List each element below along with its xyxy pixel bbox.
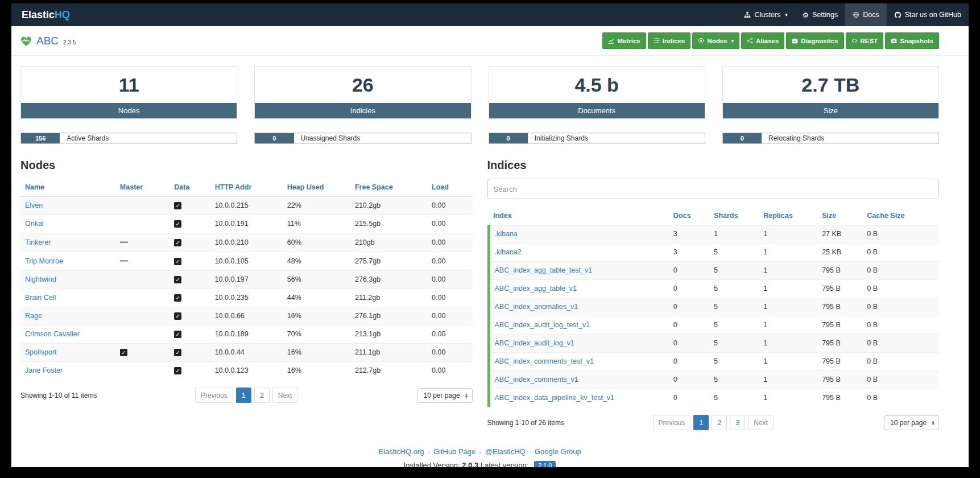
col-header-cache-size[interactable]: Cache Size [862,207,939,225]
cluster-info: ABC 2.3.5 [20,35,76,47]
nodes-label: Nodes [707,38,727,44]
col-header-size[interactable]: Size [817,207,862,225]
index-name-link[interactable]: ABC_index_comments_v1 [495,376,578,384]
node-name-link[interactable]: Trip Monroe [25,257,63,265]
col-header-free-space[interactable]: Free Space [350,179,427,197]
dash-icon [120,238,128,246]
free-space-cell: 275.7gb [350,252,427,271]
docs-cell: 0 [669,371,709,389]
search-input[interactable] [487,179,940,199]
nav-item-docs[interactable]: Docs [845,3,886,26]
index-name-link[interactable]: ABC_index_agg_table_test_v1 [495,266,593,274]
stat-card-documents: 4.5 b Documents [489,66,705,119]
brand-logo[interactable]: ElasticHQ [22,3,70,26]
checked-icon [174,367,181,374]
node-name-link[interactable]: Spoilsport [25,348,57,356]
nav-item-github-star[interactable]: Star us on GitHub [887,3,969,26]
index-name-link[interactable]: ABC_index_audit_log_v1 [495,339,574,347]
stat-value: 26 [255,67,470,103]
relocating-shards-bar: 0 Relocating Shards [722,133,939,144]
metrics-button[interactable]: Metrics [602,32,646,49]
per-page-select[interactable]: 10 per page ▲▼ [417,388,473,403]
previous-page-button[interactable]: Previous [653,415,691,430]
footer-link-twitter[interactable]: @ElasticHQ [485,447,526,456]
shards-cell: 5 [709,262,759,280]
node-name-link[interactable]: Crimson Cavalier [25,330,80,338]
indices-button[interactable]: Indices [648,32,691,49]
page-button-2[interactable]: 2 [712,415,727,430]
col-header-name[interactable]: Name [20,179,115,197]
latest-version-badge[interactable]: 2.1.0 [534,461,556,467]
shards-cell: 5 [709,316,759,335]
col-header-replicas[interactable]: Replicas [759,207,817,225]
nodes-table: Name Master Data HTTP Addr Heap Used Fre… [20,179,473,380]
master-cell [115,362,169,380]
heap-used-cell: 44% [283,289,350,307]
snapshots-button[interactable]: Snapshots [885,32,939,49]
index-name-link[interactable]: .kibana2 [495,248,522,256]
per-page-select[interactable]: 10 per page ▲▼ [884,415,939,430]
master-cell [115,197,169,215]
index-name-link[interactable]: ABC_index_agg_table_v1 [495,285,577,292]
aliases-button[interactable]: Aliases [741,32,784,49]
checked-icon [174,258,181,265]
col-header-docs[interactable]: Docs [669,207,709,225]
page-button-1[interactable]: 1 [693,415,709,430]
footer-link-elastichq[interactable]: ElasticHQ.org [378,447,424,456]
node-name-link[interactable]: Brain Cell [25,294,56,302]
col-header-master[interactable]: Master [115,179,169,197]
code-icon [851,38,858,44]
target-icon [698,38,704,44]
nav-item-settings[interactable]: ⚙ Settings [795,3,845,26]
cache-size-cell: 0 B [862,335,939,353]
col-header-load[interactable]: Load [427,179,472,197]
load-cell: 0.00 [427,252,472,271]
col-header-index[interactable]: Index [489,207,669,225]
index-name-link[interactable]: ABC_index_anomalies_v1 [495,303,578,311]
next-page-button[interactable]: Next [748,415,774,430]
nav-item-clusters[interactable]: Clusters ▾ [737,3,795,26]
next-page-button[interactable]: Next [272,388,298,403]
rest-button[interactable]: REST [846,32,884,49]
previous-page-button[interactable]: Previous [195,388,233,403]
node-name-link[interactable]: Jane Foster [25,366,63,374]
index-name-link[interactable]: .kibana [495,230,518,238]
per-page-value: 10 per page [424,392,460,399]
footer-link-google-group[interactable]: Google Group [535,447,581,456]
node-name-link[interactable]: Rage [25,312,42,320]
table-row: Nightwind 10.0.0.197 56% 276.3gb 0.00 [20,271,473,289]
diagnostics-button[interactable]: Diagnostics [786,32,843,49]
index-name-link[interactable]: ABC_index_comments_test_v1 [495,357,594,365]
chart-icon [608,38,614,44]
free-space-cell: 210gb [350,233,427,252]
index-name-link[interactable]: ABC_index_data_pipeline_kv_test_v1 [495,394,615,402]
footer-link-github-page[interactable]: GitHub Page [433,447,475,456]
node-name-link[interactable]: Tinkerer [25,238,51,246]
col-header-shards[interactable]: Shards [709,207,759,225]
rest-label: REST [861,38,878,44]
load-cell: 0.00 [427,215,472,233]
master-cell [115,252,169,271]
col-header-heap-used[interactable]: Heap Used [283,179,350,197]
nodes-button[interactable]: Nodes ▾ [692,32,739,49]
indices-pagination: Showing 1-10 of 26 items Previous 1 2 3 … [487,415,940,430]
master-cell [115,233,169,252]
free-space-cell: 212.7gb [350,362,427,380]
col-header-data[interactable]: Data [169,179,210,197]
node-name-link[interactable]: Elven [25,201,43,209]
cluster-name[interactable]: ABC [36,35,59,47]
page-button-1[interactable]: 1 [236,388,251,403]
index-name-link[interactable]: ABC_index_audit_log_test_v1 [495,321,590,329]
replicas-cell: 1 [759,262,817,280]
stat-value: 11 [21,67,237,103]
select-stepper-icon: ▲▼ [465,393,469,398]
table-row: ABC_index_comments_v1 0 5 1 795 B 0 B [489,371,939,389]
http-addr-cell: 10.0.0.44 [210,344,283,362]
page-button-2[interactable]: 2 [254,388,270,403]
node-name-link[interactable]: Orikal [25,220,44,228]
page-button-3[interactable]: 3 [730,415,745,430]
data-cell [169,289,210,307]
replicas-cell: 1 [759,371,817,389]
col-header-http-addr[interactable]: HTTP Addr [210,179,283,197]
node-name-link[interactable]: Nightwind [25,275,56,283]
